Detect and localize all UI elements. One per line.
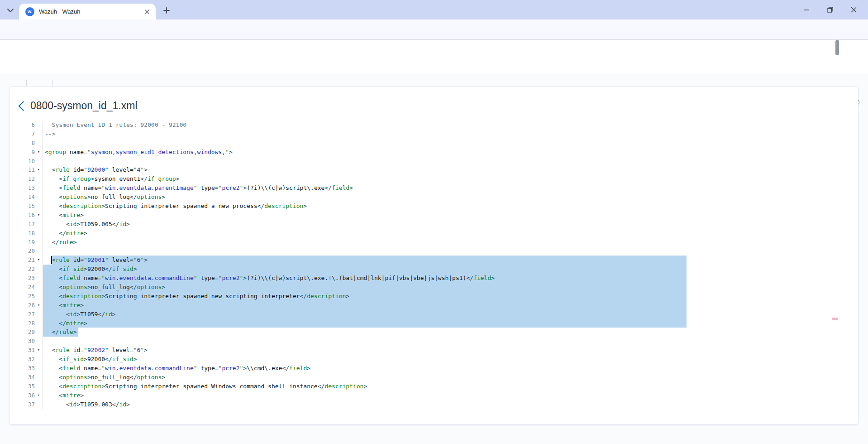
fold-arrow-icon[interactable]: ▾ [35,301,43,310]
fold-spacer [35,229,43,238]
code-line[interactable]: 24 <options>no_full_log</options> [17,283,851,292]
window-minimize-button[interactable] [801,4,812,15]
code-line[interactable]: 11▾ <rule id="92000" level="4"> [17,165,851,174]
line-number: 18 [17,229,35,238]
tab-close-button[interactable] [143,8,151,16]
back-to-rules-button[interactable] [18,101,24,111]
code-line[interactable]: 35 <description>Scripting interpreter sp… [17,382,851,391]
code-text: </mitre> [45,320,87,327]
line-content: <id>T1059.003</id> [43,400,851,409]
line-content [43,157,851,166]
code-line[interactable]: 27 <id>T1059</id> [17,310,851,319]
line-gutter: 18 [17,229,43,238]
window-close-button[interactable] [848,4,859,15]
line-gutter: 31▾ [17,346,43,355]
editor-horizontal-scrollbar[interactable] [832,318,838,320]
code-line[interactable]: 12 <if_group>sysmon_event1</if_group> [17,174,851,183]
line-gutter: 33 [17,364,43,373]
line-number: 30 [17,337,35,346]
code-line[interactable]: 22 <if_sid>92000</if_sid> [17,265,851,274]
code-line[interactable]: 15 <description>Scripting interpreter sp… [17,202,851,211]
line-content: --> [43,130,851,139]
fold-spacer [35,373,43,382]
tab-search-button[interactable] [5,5,16,16]
line-content: </rule> [43,238,851,247]
line-number: 6 [17,123,35,130]
browser-tab[interactable]: W. Wazuh - Wazuh [19,4,156,19]
fold-arrow-icon[interactable]: ▾ [35,148,43,157]
code-line[interactable]: 6 Sysmon Event ID 1 rules: 92000 - 92100 [17,123,851,130]
code-line[interactable]: 37 <id>T1059.003</id> [17,400,851,409]
code-text: <options>no_full_log</options> [45,374,165,381]
code-line[interactable]: 17 <id>T1059.005</id> [17,220,851,229]
line-gutter: 13 [17,183,43,193]
fold-arrow-icon[interactable]: ▾ [35,256,43,265]
code-text: <rule id="92001" level="6"> [45,256,148,263]
code-line[interactable]: 19 </rule> [17,238,851,247]
fold-arrow-icon[interactable]: ▾ [35,346,43,355]
selection-highlight [43,310,687,319]
fold-arrow-icon[interactable]: ▾ [35,211,43,220]
fold-spacer [35,319,43,328]
code-line[interactable]: 23 <field name="win.eventdata.commandLin… [17,274,851,283]
line-gutter: 32 [17,355,43,364]
code-line[interactable]: 18 </mitre> [17,229,851,238]
code-line[interactable]: 28 </mitre> [17,319,851,328]
new-tab-button[interactable] [161,5,172,16]
code-line[interactable]: 14 <options>no_full_log</options> [17,193,851,202]
line-number: 7 [17,130,35,139]
code-line[interactable]: 21▾ <rule id="92001" level="6"> [17,256,851,265]
line-gutter: 29 [17,328,43,337]
line-gutter: 35 [17,382,43,391]
code-line[interactable]: 31▾ <rule id="92002" level="6"> [17,346,851,355]
line-number: 24 [17,283,35,292]
line-number: 21 [17,256,35,265]
line-content: <rule id="92000" level="4"> [43,165,851,174]
code-line[interactable]: 25 <description>Scripting interpreter sp… [17,292,851,301]
window-restore-button[interactable] [825,4,835,15]
code-line[interactable]: 13 <field name="win.eventdata.parentImag… [17,183,851,193]
line-content: <field name="win.eventdata.commandLine" … [43,364,851,373]
line-gutter: 23 [17,274,43,283]
line-gutter: 27 [17,310,43,319]
browser-tab-strip: W. Wazuh - Wazuh [0,0,868,19]
code-line[interactable]: 32 <if_sid>92000</if_sid> [17,355,851,364]
line-number: 37 [17,400,35,409]
line-number: 11 [17,165,35,174]
code-line[interactable]: 36▾ <mitre> [17,391,851,400]
line-gutter: 16▾ [17,211,43,220]
line-number: 35 [17,382,35,391]
code-editor[interactable]: 6 Sysmon Event ID 1 rules: 92000 - 92100… [17,123,851,410]
code-line[interactable]: 8 [17,139,851,148]
code-line[interactable]: 20 [17,246,851,256]
code-line[interactable]: 29 </rule> [17,328,851,337]
line-number: 16 [17,211,35,220]
code-line[interactable]: 10 [17,157,851,166]
code-line[interactable]: 30 [17,337,851,346]
code-line[interactable]: 26▾ <mitre> [17,301,851,310]
code-text: <group name="sysmon,sysmon_eid1_detectio… [45,149,233,155]
code-line[interactable]: 33 <field name="win.eventdata.commandLin… [17,364,851,373]
code-line[interactable]: 9▾<group name="sysmon,sysmon_eid1_detect… [17,148,851,157]
editor-vertical-scrollbar[interactable] [835,40,839,55]
line-content: </mitre> [43,319,851,328]
code-text: </rule> [45,239,76,246]
line-gutter: 12 [17,174,43,183]
line-content: <rule id="92001" level="6"> [43,256,851,265]
code-line[interactable]: 34 <options>no_full_log</options> [17,373,851,382]
file-header: 0800-sysmon_id_1.xml [18,100,138,112]
line-content: <field name="win.eventdata.parentImage" … [43,183,851,193]
page-title: 0800-sysmon_id_1.xml [30,100,138,112]
fold-arrow-icon[interactable]: ▾ [35,165,43,174]
line-content: <field name="win.eventdata.commandLine" … [43,274,851,283]
fold-spacer [35,400,43,409]
line-number: 36 [17,391,35,400]
line-number: 28 [17,319,35,328]
code-line[interactable]: 7--> [17,130,851,139]
code-line[interactable]: 16▾ <mitre> [17,211,851,220]
fold-arrow-icon[interactable]: ▾ [35,391,43,400]
code-text: --> [45,130,55,137]
code-text: <if_sid>92000</if_sid> [45,356,137,362]
code-text: </rule> [45,328,76,335]
line-number: 10 [17,157,35,166]
